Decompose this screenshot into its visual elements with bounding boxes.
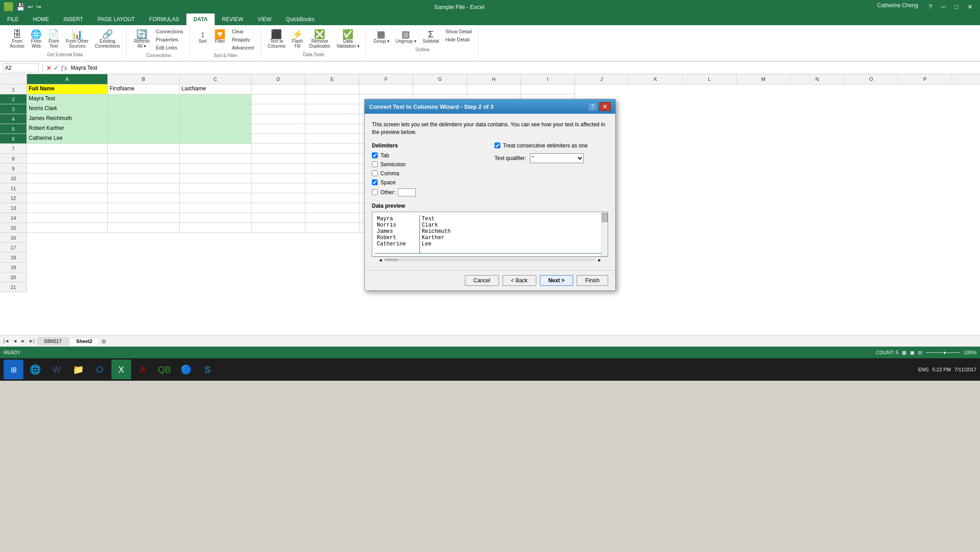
col-header-J[interactable]: J bbox=[575, 74, 629, 84]
cell-B3[interactable] bbox=[108, 104, 180, 114]
cell-C3[interactable] bbox=[180, 104, 252, 114]
cell-C9[interactable] bbox=[180, 164, 252, 174]
cell-B15[interactable] bbox=[108, 223, 180, 233]
cell-reference-input[interactable] bbox=[3, 63, 39, 72]
cell-A1[interactable]: Full Name bbox=[27, 85, 108, 94]
taskbar-skype-button[interactable]: S bbox=[198, 360, 217, 379]
remove-duplicates-button[interactable]: ❎ RemoveDuplicates bbox=[307, 28, 333, 50]
cell-B5[interactable] bbox=[108, 124, 180, 134]
treat-consecutive-checkbox[interactable] bbox=[494, 142, 500, 148]
cell-H1[interactable] bbox=[467, 85, 521, 94]
cell-C2[interactable] bbox=[180, 94, 252, 104]
show-detail-button[interactable]: Show Detail bbox=[443, 28, 475, 35]
row-num-12[interactable]: 12 bbox=[0, 193, 27, 203]
tab-page-layout[interactable]: PAGE LAYOUT bbox=[90, 13, 142, 25]
comma-checkbox[interactable] bbox=[372, 170, 378, 176]
taskbar-files-button[interactable]: 📁 bbox=[68, 360, 88, 379]
cell-B1[interactable]: FirstName bbox=[108, 85, 180, 94]
col-header-D[interactable]: D bbox=[252, 74, 305, 84]
filter-button[interactable]: 🔽 Filter bbox=[212, 28, 228, 51]
cell-E3[interactable] bbox=[305, 104, 359, 114]
cell-A5[interactable]: Robert Karther bbox=[27, 124, 108, 134]
quick-access-undo[interactable]: ↩ bbox=[28, 3, 33, 10]
text-to-columns-button[interactable]: ⬛ Text toColumns bbox=[265, 28, 288, 50]
tab-home[interactable]: HOME bbox=[26, 13, 56, 25]
cell-F1[interactable] bbox=[359, 85, 413, 94]
cell-B13[interactable] bbox=[108, 203, 180, 213]
cell-I1[interactable] bbox=[521, 85, 575, 94]
row-num-6[interactable]: 6 bbox=[0, 134, 27, 144]
cell-D1[interactable] bbox=[252, 85, 305, 94]
subtotal-button[interactable]: Σ Subtotal bbox=[420, 28, 442, 45]
tab-view[interactable]: VIEW bbox=[251, 13, 279, 25]
row-num-7[interactable]: 7 bbox=[0, 144, 27, 154]
cell-D10[interactable] bbox=[252, 174, 305, 183]
cell-A15[interactable] bbox=[27, 223, 108, 233]
advanced-button[interactable]: Advanced bbox=[229, 44, 256, 51]
taskbar-excel-button[interactable]: X bbox=[111, 360, 131, 379]
col-header-C[interactable]: C bbox=[180, 74, 252, 84]
row-num-1[interactable]: 1 bbox=[0, 85, 27, 94]
insert-function-icon[interactable]: ƒx bbox=[61, 64, 67, 71]
cell-G1[interactable] bbox=[413, 85, 467, 94]
tab-quickbooks[interactable]: QuickBooks bbox=[278, 13, 322, 25]
sheet-tab-S8N517[interactable]: S8N517 bbox=[37, 337, 69, 345]
row-num-2[interactable]: 2 bbox=[0, 94, 27, 104]
cell-D8[interactable] bbox=[252, 154, 305, 164]
cell-B12[interactable] bbox=[108, 193, 180, 203]
cell-D5[interactable] bbox=[252, 124, 305, 134]
cell-C13[interactable] bbox=[180, 203, 252, 213]
group-button[interactable]: ▦ Group ▾ bbox=[371, 28, 392, 45]
cell-C14[interactable] bbox=[180, 213, 252, 223]
cancel-button[interactable]: Cancel bbox=[465, 275, 499, 286]
taskbar-chrome-button[interactable]: 🔵 bbox=[176, 360, 196, 379]
preview-hscrollbar[interactable]: ◄ ► bbox=[372, 257, 608, 263]
sheet-nav-next[interactable]: ► bbox=[19, 338, 27, 344]
cell-C10[interactable] bbox=[180, 174, 252, 183]
cell-B7[interactable] bbox=[108, 144, 180, 154]
cell-D13[interactable] bbox=[252, 203, 305, 213]
cell-E8[interactable] bbox=[305, 154, 359, 164]
col-header-G[interactable]: G bbox=[413, 74, 467, 84]
row-num-15[interactable]: 15 bbox=[0, 223, 27, 233]
cell-A13[interactable] bbox=[27, 203, 108, 213]
cell-C12[interactable] bbox=[180, 193, 252, 203]
cell-E6[interactable] bbox=[305, 134, 359, 144]
taskbar-outlook-button[interactable]: O bbox=[90, 360, 110, 379]
row-num-13[interactable]: 13 bbox=[0, 203, 27, 213]
cell-B4[interactable] bbox=[108, 114, 180, 124]
cell-E10[interactable] bbox=[305, 174, 359, 183]
row-num-11[interactable]: 11 bbox=[0, 183, 27, 193]
cell-A11[interactable] bbox=[27, 183, 108, 193]
cell-A4[interactable]: James Reichmuth bbox=[27, 114, 108, 124]
cell-C15[interactable] bbox=[180, 223, 252, 233]
close-button[interactable]: ✕ bbox=[964, 2, 976, 11]
cell-C5[interactable] bbox=[180, 124, 252, 134]
cell-E12[interactable] bbox=[305, 193, 359, 203]
from-web-button[interactable]: 🌐 FromWeb bbox=[28, 28, 44, 50]
preview-scrollbar[interactable] bbox=[601, 212, 608, 256]
row-num-4[interactable]: 4 bbox=[0, 114, 27, 124]
clear-button[interactable]: Clear bbox=[229, 28, 256, 35]
from-text-button[interactable]: 📄 FromText bbox=[45, 28, 62, 50]
col-header-H[interactable]: H bbox=[467, 74, 521, 84]
row-num-14[interactable]: 14 bbox=[0, 213, 27, 223]
formula-input[interactable] bbox=[69, 64, 977, 72]
ungroup-button[interactable]: ▧ Ungroup ▾ bbox=[393, 28, 419, 45]
row-num-19[interactable]: 19 bbox=[0, 263, 27, 272]
col-header-A[interactable]: A bbox=[27, 74, 108, 84]
cell-A14[interactable] bbox=[27, 213, 108, 223]
tab-review[interactable]: REVIEW bbox=[215, 13, 250, 25]
cell-D9[interactable] bbox=[252, 164, 305, 174]
cell-A7[interactable] bbox=[27, 144, 108, 154]
col-header-M[interactable]: M bbox=[737, 74, 790, 84]
row-num-10[interactable]: 10 bbox=[0, 174, 27, 183]
cancel-formula-icon[interactable]: ✕ bbox=[46, 64, 52, 71]
row-num-20[interactable]: 20 bbox=[0, 272, 27, 282]
cell-E13[interactable] bbox=[305, 203, 359, 213]
semicolon-checkbox[interactable] bbox=[372, 161, 378, 167]
dialog-close-button[interactable]: ✕ bbox=[599, 102, 611, 111]
col-header-E[interactable]: E bbox=[305, 74, 359, 84]
cell-D4[interactable] bbox=[252, 114, 305, 124]
cell-E5[interactable] bbox=[305, 124, 359, 134]
